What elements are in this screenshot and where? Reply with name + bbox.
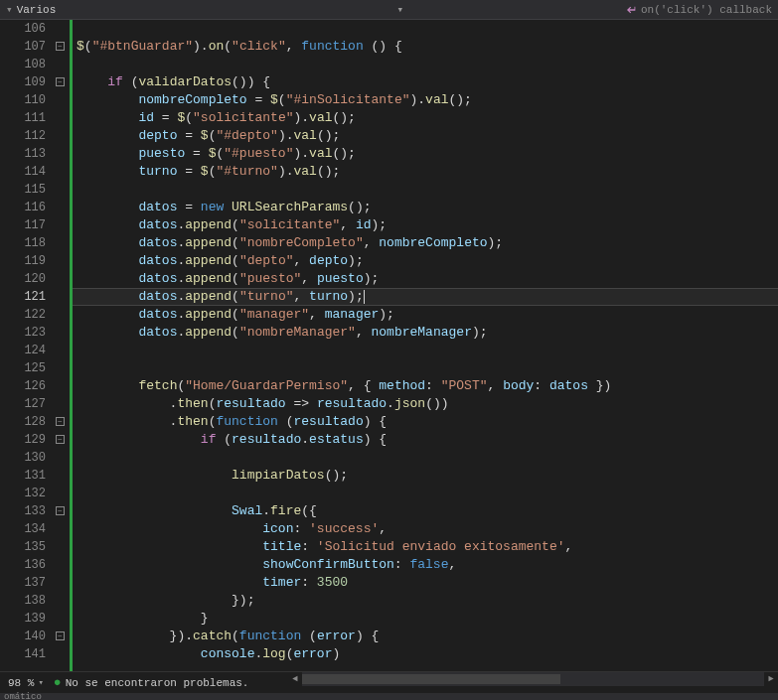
code-line[interactable]: if (resultado.estatus) {: [73, 431, 778, 449]
line-number: 122: [0, 306, 46, 324]
code-line[interactable]: [73, 359, 778, 377]
code-line[interactable]: datos.append("manager", manager);: [73, 306, 778, 324]
code-line[interactable]: showConfirmButton: false,: [73, 556, 778, 574]
scroll-right-icon[interactable]: ►: [764, 672, 778, 686]
fold-toggle[interactable]: −: [56, 435, 65, 444]
line-number: 114: [0, 163, 46, 181]
code-line[interactable]: limpiarDatos();: [73, 467, 778, 485]
line-number: 137: [0, 574, 46, 592]
line-number: 131: [0, 467, 46, 485]
code-line[interactable]: timer: 3500: [73, 574, 778, 592]
line-number: 112: [0, 127, 46, 145]
code-line[interactable]: depto = $("#depto").val();: [73, 127, 778, 145]
line-number: 120: [0, 270, 46, 288]
fold-toggle[interactable]: −: [56, 77, 65, 86]
code-line[interactable]: datos = new URLSearchParams();: [73, 199, 778, 216]
code-line[interactable]: [73, 181, 778, 199]
code-line[interactable]: nombreCompleto = $("#inSolicitante").val…: [73, 91, 778, 109]
line-number: 119: [0, 252, 46, 270]
scrollbar-track[interactable]: [302, 672, 764, 686]
bottom-strip: omático: [0, 693, 778, 700]
line-number: 107: [0, 38, 46, 56]
code-content[interactable]: $("#btnGuardar").on("click", function ()…: [73, 20, 778, 671]
code-line[interactable]: Swal.fire({: [73, 502, 778, 520]
status-bar: 98 % ▾ ● No se encontraron problemas. ◄ …: [0, 671, 778, 693]
code-line[interactable]: icon: 'success',: [73, 520, 778, 538]
code-line[interactable]: puesto = $("#puesto").val();: [73, 145, 778, 163]
code-line[interactable]: fetch("Home/GuardarPermiso", { method: "…: [73, 377, 778, 395]
line-number: 118: [0, 234, 46, 252]
code-line[interactable]: $("#btnGuardar").on("click", function ()…: [73, 38, 778, 56]
code-line[interactable]: if (validarDatos()) {: [73, 73, 778, 91]
fold-toggle[interactable]: −: [56, 417, 65, 426]
line-number: 116: [0, 199, 46, 216]
line-number: 117: [0, 216, 46, 234]
horizontal-scrollbar[interactable]: ◄ ►: [288, 672, 778, 686]
code-line[interactable]: }: [73, 610, 778, 628]
code-line[interactable]: datos.append("nombreCompleto", nombreCom…: [73, 234, 778, 252]
problems-status[interactable]: ● No se encontraron problemas.: [54, 675, 249, 690]
scope-dropdown[interactable]: ▾ Varios: [6, 3, 56, 16]
fold-toggle[interactable]: −: [56, 631, 65, 640]
line-number: 133: [0, 502, 46, 520]
line-number: 130: [0, 449, 46, 467]
code-line[interactable]: [73, 449, 778, 467]
code-line[interactable]: [73, 56, 778, 73]
code-line[interactable]: datos.append("depto", depto);: [73, 252, 778, 270]
problems-label: No se encontraron problemas.: [66, 677, 249, 689]
line-number: 135: [0, 538, 46, 556]
code-line[interactable]: datos.append("turno", turno);: [73, 288, 778, 306]
code-line[interactable]: turno = $("#turno").val();: [73, 163, 778, 181]
line-number: 129: [0, 431, 46, 449]
line-number-gutter: 1061071081091101111121131141151161171181…: [0, 20, 54, 671]
scrollbar-thumb[interactable]: [302, 674, 560, 684]
code-line[interactable]: [73, 20, 778, 38]
bottom-strip-text: omático: [4, 692, 42, 700]
breadcrumb-bar: ▾ Varios ▾ on('click') callback: [0, 0, 778, 20]
line-number: 140: [0, 628, 46, 645]
editor-area[interactable]: 1061071081091101111121131141151161171181…: [0, 20, 778, 671]
breadcrumb-function[interactable]: on('click') callback: [627, 4, 772, 16]
code-line[interactable]: title: 'Solicitud enviado exitosamente',: [73, 538, 778, 556]
line-number: 136: [0, 556, 46, 574]
line-number: 121: [0, 288, 46, 306]
breadcrumb-function-label: on('click') callback: [641, 4, 772, 16]
line-number: 125: [0, 359, 46, 377]
scope-label: Varios: [17, 4, 57, 16]
chevron-down-icon[interactable]: ▾: [397, 3, 404, 16]
fold-toggle[interactable]: −: [56, 506, 65, 515]
check-icon: ●: [54, 675, 62, 690]
code-line[interactable]: .then(resultado => resultado.json()): [73, 395, 778, 413]
code-line[interactable]: });: [73, 592, 778, 610]
code-line[interactable]: console.log(error): [73, 645, 778, 663]
line-number: 115: [0, 181, 46, 199]
line-number: 123: [0, 324, 46, 342]
callback-icon: [627, 5, 637, 15]
zoom-dropdown-icon[interactable]: ▾: [38, 677, 43, 688]
line-number: 141: [0, 645, 46, 663]
code-line[interactable]: datos.append("solicitante", id);: [73, 216, 778, 234]
line-number: 113: [0, 145, 46, 163]
fold-column[interactable]: −−−−−−: [54, 20, 70, 671]
line-number: 128: [0, 413, 46, 431]
line-number: 109: [0, 73, 46, 91]
code-line[interactable]: [73, 485, 778, 502]
line-number: 108: [0, 56, 46, 73]
code-line[interactable]: .then(function (resultado) {: [73, 413, 778, 431]
code-line[interactable]: datos.append("puesto", puesto);: [73, 270, 778, 288]
code-line[interactable]: id = $("solicitante").val();: [73, 109, 778, 127]
code-line[interactable]: [73, 342, 778, 359]
file-icon: ▾: [6, 3, 13, 16]
line-number: 124: [0, 342, 46, 359]
code-line[interactable]: datos.append("nombreManager", nombreMana…: [73, 324, 778, 342]
line-number: 110: [0, 91, 46, 109]
zoom-level[interactable]: 98 % ▾: [8, 677, 44, 689]
fold-toggle[interactable]: −: [56, 42, 65, 51]
line-number: 111: [0, 109, 46, 127]
scroll-left-icon[interactable]: ◄: [288, 672, 302, 686]
code-line[interactable]: }).catch(function (error) {: [73, 628, 778, 645]
line-number: 138: [0, 592, 46, 610]
text-cursor: [364, 290, 365, 304]
line-number: 127: [0, 395, 46, 413]
line-number: 134: [0, 520, 46, 538]
